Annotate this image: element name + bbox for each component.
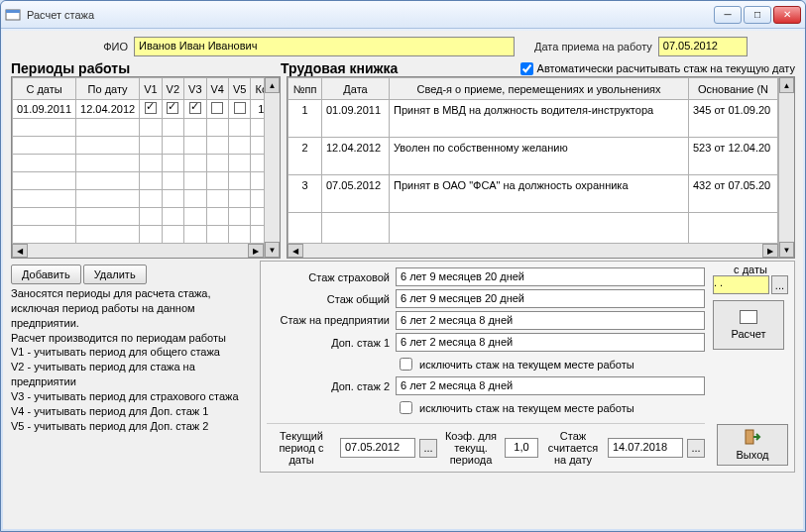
sdate-field[interactable]: . . (713, 275, 769, 294)
side-box: с даты . . ... Расчет (713, 264, 788, 350)
current-coef-field[interactable]: 1,0 (505, 438, 538, 458)
company-field[interactable]: 6 лет 2 месяца 8 дней (396, 311, 705, 330)
calc-on-field[interactable]: 14.07.2018 (608, 438, 683, 458)
scroll-up-icon[interactable]: ▲ (265, 77, 280, 93)
table-row[interactable] (13, 155, 265, 172)
table-row[interactable] (13, 190, 265, 208)
bottom-left-panel: Добавить Удалить Заносятся периоды для р… (11, 261, 254, 473)
scroll-left-icon[interactable]: ◀ (12, 244, 28, 258)
scrollbar-vertical[interactable]: ▲ ▼ (778, 77, 794, 258)
scroll-up-icon[interactable]: ▲ (779, 77, 794, 93)
hire-date-label: Дата приема на работу (534, 41, 652, 53)
total-label: Стаж общий (267, 293, 390, 305)
col-v2[interactable]: V2 (162, 78, 183, 100)
col-basis[interactable]: Основание (N (689, 78, 778, 100)
col-coef[interactable]: Коэф (251, 78, 264, 100)
scrollbar-horizontal[interactable]: ◀ ▶ (288, 243, 778, 258)
periods-title: Периоды работы (11, 60, 281, 76)
maximize-button[interactable]: □ (744, 6, 771, 24)
total-field[interactable]: 6 лет 9 месяцев 20 дней (396, 289, 705, 308)
sdate-picker-button[interactable]: ... (771, 275, 788, 294)
workbook-panel: №пп Дата Свед-я о приеме, перемещениях и… (287, 76, 795, 259)
titlebar: Расчет стажа ─ □ ✕ (1, 1, 805, 29)
current-period-picker[interactable]: ... (419, 439, 437, 458)
window-title: Расчет стажа (27, 9, 714, 21)
calc-on-picker[interactable]: ... (687, 439, 705, 458)
col-v5[interactable]: V5 (229, 78, 251, 100)
col-date[interactable]: Дата (322, 78, 390, 100)
table-row[interactable] (288, 213, 778, 244)
col-v3[interactable]: V3 (184, 78, 206, 100)
scroll-down-icon[interactable]: ▼ (779, 242, 794, 258)
auto-calc-checkbox[interactable]: Автоматически расчитывать стаж на текущу… (520, 62, 795, 75)
add1-field[interactable]: 6 лет 2 месяца 8 дней (396, 333, 705, 352)
results-panel: с даты . . ... Расчет Стаж страховой 6 л… (260, 261, 795, 473)
exclude1-checkbox[interactable]: исключить стаж на текущем месте работы (396, 355, 705, 373)
workbook-title: Трудовая книжка (281, 60, 398, 76)
add1-label: Доп. стаж 1 (267, 337, 390, 349)
table-row[interactable]: 2 12.04.2012 Уволен по собственному жела… (288, 138, 778, 175)
exit-button[interactable]: Выход (717, 424, 788, 466)
periods-table-wrap: С даты По дату V1 V2 V3 V4 V5 Коэф 01.09… (11, 76, 281, 259)
add2-label: Доп. стаж 2 (267, 380, 390, 392)
table-row[interactable] (13, 226, 265, 244)
scrollbar-vertical[interactable]: ▲ ▼ (264, 77, 280, 258)
exclude2-checkbox[interactable]: исключить стаж на текущем месте работы (396, 398, 705, 417)
workbook-table-wrap: №пп Дата Свед-я о приеме, перемещениях и… (287, 76, 795, 259)
table-row[interactable]: 3 07.05.2012 Принят в ОАО "ФСА" на должн… (288, 175, 778, 213)
current-coef-label: Коэф. для текущ. периода (441, 430, 501, 466)
checkbox-icon (189, 102, 201, 114)
table-row[interactable]: 1 01.09.2011 Принят в МВД на должность в… (288, 100, 778, 138)
col-from[interactable]: С даты (13, 78, 76, 100)
auto-calc-label: Автоматически расчитывать стаж на текущу… (537, 62, 795, 74)
delete-button[interactable]: Удалить (83, 265, 147, 284)
add2-field[interactable]: 6 лет 2 месяца 8 дней (396, 376, 705, 395)
fio-field[interactable]: Иванов Иван Иванович (134, 37, 515, 56)
svg-rect-2 (746, 430, 753, 444)
col-v1[interactable]: V1 (140, 78, 162, 100)
help-text: Заносятся периоды для расчета стажа, иск… (11, 286, 254, 433)
scroll-down-icon[interactable]: ▼ (265, 242, 280, 258)
checkbox-icon (234, 102, 246, 114)
calc-icon (740, 310, 757, 324)
periods-panel: С даты По дату V1 V2 V3 V4 V5 Коэф 01.09… (11, 76, 281, 259)
scroll-left-icon[interactable]: ◀ (288, 244, 303, 258)
insurance-field[interactable]: 6 лет 9 месяцев 20 дней (396, 267, 705, 286)
checkbox-icon (145, 102, 157, 114)
table-row[interactable] (13, 137, 265, 155)
col-n[interactable]: №пп (288, 78, 322, 100)
calc-button[interactable]: Расчет (713, 300, 784, 350)
scrollbar-horizontal[interactable]: ◀ ▶ (12, 243, 264, 258)
app-window: Расчет стажа ─ □ ✕ ФИО Иванов Иван Ивано… (0, 0, 806, 532)
col-v4[interactable]: V4 (206, 78, 228, 100)
table-row[interactable] (13, 208, 265, 226)
company-label: Стаж на предприятии (267, 314, 390, 326)
exit-icon (744, 429, 761, 447)
current-period-label: Текущий период с даты (267, 430, 336, 466)
scroll-right-icon[interactable]: ▶ (248, 244, 264, 258)
col-info[interactable]: Свед-я о приеме, перемещениях и увольнен… (390, 78, 689, 100)
client-area: ФИО Иванов Иван Иванович Дата приема на … (3, 31, 803, 529)
checkbox-icon (211, 102, 223, 114)
current-period-field[interactable]: 07.05.2012 (340, 438, 415, 458)
fio-label: ФИО (11, 41, 128, 53)
table-row[interactable]: 01.09.2011 12.04.2012 1,00 (13, 100, 265, 119)
periods-table: С даты По дату V1 V2 V3 V4 V5 Коэф 01.09… (12, 77, 264, 243)
minimize-button[interactable]: ─ (714, 6, 742, 24)
sdate-label: с даты (713, 264, 788, 275)
add-button[interactable]: Добавить (11, 265, 81, 284)
calc-on-label: Стаж считается на дату (542, 430, 604, 466)
close-button[interactable]: ✕ (773, 6, 801, 24)
table-row[interactable] (13, 119, 265, 137)
table-row[interactable] (13, 172, 265, 190)
workbook-table: №пп Дата Свед-я о приеме, перемещениях и… (288, 77, 778, 243)
scroll-right-icon[interactable]: ▶ (762, 244, 778, 258)
svg-rect-1 (6, 10, 20, 13)
auto-calc-input[interactable] (520, 62, 533, 75)
col-to[interactable]: По дату (76, 78, 140, 100)
app-icon (5, 7, 21, 23)
hire-date-field[interactable]: 07.05.2012 (658, 37, 748, 56)
insurance-label: Стаж страховой (267, 271, 390, 283)
checkbox-icon (167, 102, 178, 114)
